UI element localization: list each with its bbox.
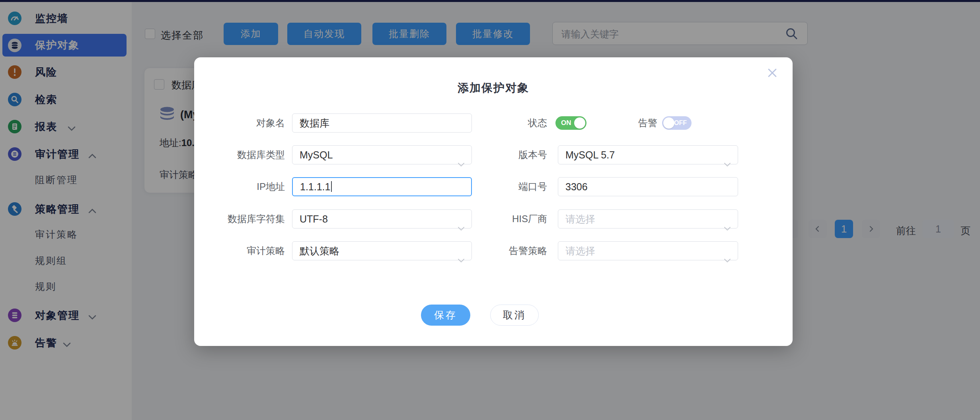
alert-policy-select[interactable]: 请选择 [558,241,738,260]
charset-label: 数据库字符集 [194,209,285,229]
alert-toggle-label: 告警 [631,113,657,133]
app-screen: 监控墙 保护对象 风险 检索 报表 [0,0,980,420]
chevron-down-icon [724,250,731,268]
his-vendor-label: HIS厂商 [449,209,547,229]
ip-address-input[interactable]: 1.1.1.1 [292,177,472,196]
audit-policy-select[interactable]: 默认策略 [292,241,472,260]
his-vendor-select[interactable]: 请选择 [558,209,738,229]
save-button[interactable]: 保存 [421,305,470,326]
version-select[interactable]: MySQL 5.7 [558,145,738,164]
chevron-down-icon [724,154,731,172]
status-label: 状态 [449,113,547,133]
close-icon[interactable] [766,67,778,79]
object-name-label: 对象名 [194,113,285,133]
ip-address-label: IP地址 [194,177,285,196]
text-cursor [331,181,332,192]
db-type-label: 数据库类型 [194,145,285,164]
audit-policy-label: 审计策略 [194,241,285,260]
db-type-select[interactable]: MySQL [292,145,472,164]
alert-toggle[interactable]: OFF [662,116,692,130]
port-input[interactable]: 3306 [558,177,738,196]
add-protected-object-dialog: 添加保护对象 对象名 数据库 状态 ON 告警 OFF 数据库类型 MySQL … [194,57,793,346]
alert-policy-label: 告警策略 [449,241,547,260]
toggle-knob [663,117,674,129]
chevron-down-icon [724,218,731,236]
status-toggle[interactable]: ON [555,116,586,130]
object-name-input[interactable]: 数据库 [292,113,472,133]
toggle-knob [574,117,585,129]
cancel-button[interactable]: 取消 [490,305,539,326]
charset-select[interactable]: UTF-8 [292,209,472,229]
port-label: 端口号 [449,177,547,196]
version-label: 版本号 [449,145,547,164]
dialog-title: 添加保护对象 [194,80,793,96]
